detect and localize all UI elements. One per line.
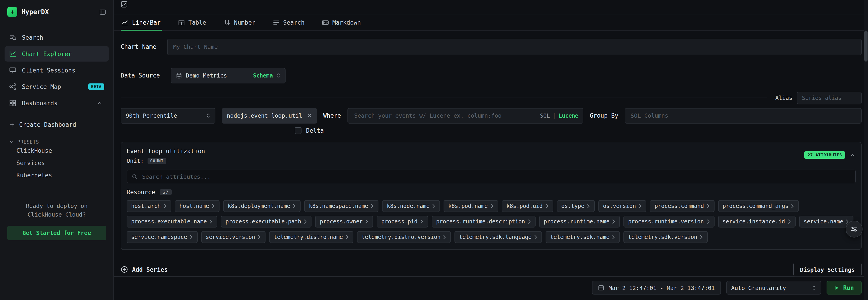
attribute-pill[interactable]: host.arch (127, 200, 171, 212)
sidebar-collapse-icon[interactable] (99, 8, 106, 15)
sidebar-item-client-sessions[interactable]: Client Sessions (5, 62, 109, 78)
attribute-pill[interactable]: k8s.deployment.name (223, 200, 301, 212)
attribute-group-row: Resource 27 (127, 189, 856, 196)
topology-icon (9, 83, 17, 90)
line-chart-icon (9, 50, 17, 57)
tab-markdown[interactable]: Markdown (321, 15, 362, 30)
time-range-picker[interactable]: Mar 2 12:47:01 - Mar 2 13:47:01 (592, 281, 721, 295)
aggregation-select[interactable]: 90th Percentile (121, 108, 215, 123)
attribute-pill[interactable]: k8s.namespace.name (304, 200, 379, 212)
sql-toggle[interactable]: SQL (540, 112, 550, 119)
chevron-right-icon (612, 219, 616, 224)
chevrons-updown-icon (276, 73, 281, 78)
schema-link[interactable]: Schema (253, 72, 273, 79)
scrollbar-track[interactable] (864, 0, 868, 300)
presets-header[interactable]: PRESETS (5, 139, 109, 144)
sidebar-item-search[interactable]: Search (5, 30, 109, 45)
attribute-search-input[interactable] (141, 172, 851, 180)
attribute-pill[interactable]: os.version (598, 200, 646, 212)
unit-label: Unit: (127, 157, 144, 164)
get-started-button[interactable]: Get Started for Free (7, 226, 106, 240)
calendar-icon (598, 284, 604, 291)
attribute-pill[interactable]: telemetry.sdk.language (455, 231, 542, 243)
preset-item-services[interactable]: Services (5, 157, 109, 169)
search-nav-icon (9, 34, 17, 41)
data-source-select[interactable]: Demo Metrics Schema (171, 68, 285, 83)
attribute-pill[interactable]: process.pid (377, 216, 428, 227)
presets-label: PRESETS (17, 139, 39, 144)
alias-input[interactable] (797, 91, 862, 104)
chevron-right-icon (639, 204, 642, 208)
chevron-right-icon (545, 204, 549, 208)
preset-item-clickhouse[interactable]: ClickHouse (5, 144, 109, 157)
add-series-button[interactable]: Add Series (121, 266, 168, 273)
chevron-right-icon (788, 219, 791, 224)
create-dashboard-label: Create Dashboard (19, 121, 76, 128)
attribute-pill[interactable]: process.runtime.description (432, 216, 535, 227)
attribute-pill[interactable]: k8s.pod.uid (502, 200, 553, 212)
remove-metric-icon[interactable] (307, 113, 312, 118)
sidebar-item-service-map[interactable]: Service Map BETA (5, 79, 109, 94)
where-input[interactable] (353, 112, 536, 119)
attribute-pill[interactable]: service.version (201, 231, 266, 243)
attribute-name: k8s.pod.name (448, 203, 488, 209)
attribute-name: telemetry.sdk.version (628, 234, 697, 240)
chart-name-input[interactable] (167, 38, 862, 55)
attribute-pill[interactable]: service.instance.id (718, 216, 796, 227)
tab-label: Search (283, 19, 304, 26)
create-dashboard-button[interactable]: Create Dashboard (5, 118, 109, 131)
tab-label: Number (234, 19, 255, 26)
attribute-pill[interactable]: telemetry.sdk.name (546, 231, 620, 243)
attribute-pill[interactable]: process.runtime.version (624, 216, 714, 227)
sidebar-item-chart-explorer[interactable]: Chart Explorer (5, 46, 109, 61)
chevron-right-icon (190, 235, 193, 239)
filters-floating-button[interactable] (846, 221, 863, 238)
chevron-right-icon (163, 204, 167, 208)
attribute-pill[interactable]: service.namespace (127, 231, 198, 243)
attribute-name: host.arch (131, 203, 161, 209)
query-language-toggle[interactable]: SQL | Lucene (540, 112, 579, 119)
attribute-pill[interactable]: os.type (557, 200, 595, 212)
chevron-right-icon (420, 219, 424, 224)
attribute-name: process.runtime.version (628, 218, 704, 225)
display-settings-button[interactable]: Display Settings (793, 263, 862, 276)
attribute-pill[interactable]: k8s.pod.name (444, 200, 498, 212)
delta-checkbox[interactable] (294, 128, 302, 134)
alias-row: Alias (121, 91, 862, 104)
tab-line-bar[interactable]: Line/Bar (121, 15, 161, 30)
metric-tag[interactable]: nodejs.event_loop.util (222, 108, 317, 123)
app-title: HyperDX (22, 8, 49, 16)
panel-collapse-icon[interactable] (850, 152, 856, 158)
attribute-pill[interactable]: process.executable.name (127, 216, 217, 227)
attribute-pill[interactable]: telemetry.distro.version (357, 231, 451, 243)
attribute-pill[interactable]: process.command_args (718, 200, 799, 212)
attribute-pill[interactable]: process.owner (315, 216, 373, 227)
attribute-name: process.command (655, 203, 704, 209)
attribute-pill[interactable]: host.name (175, 200, 219, 212)
tab-search[interactable]: Search (272, 15, 305, 30)
sidebar-item-dashboards[interactable]: Dashboards (5, 95, 109, 111)
chevron-right-icon (587, 204, 590, 208)
lucene-toggle[interactable]: Lucene (559, 112, 578, 119)
chevron-right-icon (293, 204, 296, 208)
attribute-pill[interactable]: process.executable.path (221, 216, 311, 227)
preset-label: ClickHouse (17, 147, 52, 154)
chevron-right-icon (612, 235, 616, 239)
attribute-pill[interactable]: process.command (650, 200, 715, 212)
run-button[interactable]: Run (826, 281, 862, 295)
tab-table[interactable]: Table (177, 15, 207, 30)
aggregation-value: 90th Percentile (126, 112, 177, 119)
granularity-select[interactable]: Auto Granularity (726, 281, 821, 295)
attribute-pill[interactable]: telemetry.sdk.version (624, 231, 708, 243)
chevron-up-icon[interactable] (97, 100, 102, 106)
scrollbar-thumb[interactable] (864, 31, 868, 61)
attribute-pill[interactable]: service.name (799, 216, 854, 227)
attribute-pill[interactable]: telemetry.distro.name (269, 231, 353, 243)
attribute-pill[interactable]: k8s.node.name (382, 200, 440, 212)
attribute-name: service.namespace (131, 234, 187, 240)
metric-title: Event loop utilization (127, 148, 205, 155)
preset-item-kubernetes[interactable]: Kubernetes (5, 169, 109, 182)
attribute-pill[interactable]: process.runtime.name (539, 216, 620, 227)
tab-number[interactable]: Number (223, 15, 256, 30)
group-by-input[interactable] (625, 108, 862, 123)
